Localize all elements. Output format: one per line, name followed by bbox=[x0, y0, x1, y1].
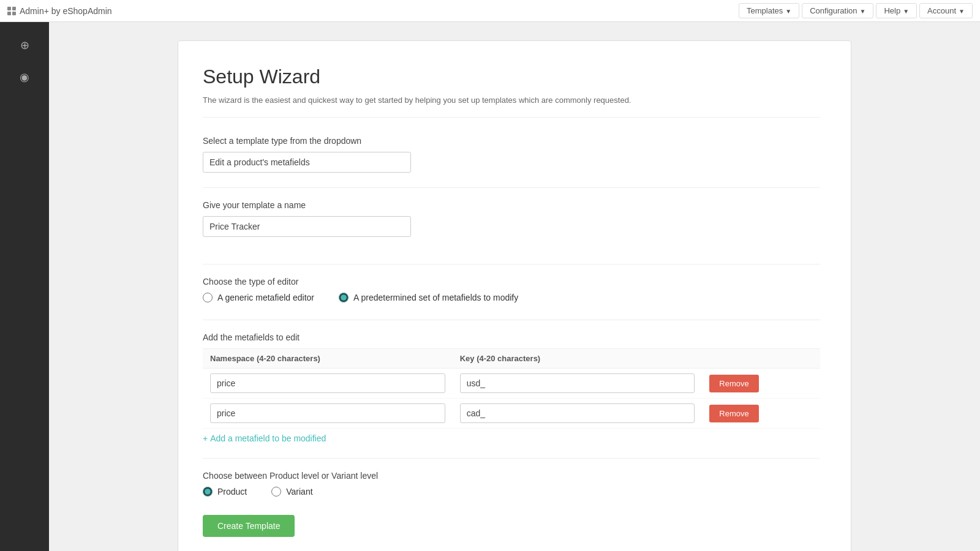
template-name-label: Give your template a name bbox=[203, 200, 820, 210]
topnav-actions: Templates Configuration Help Account bbox=[739, 3, 973, 18]
namespace-col-header: Namespace (4-20 characters) bbox=[203, 349, 453, 369]
template-type-select[interactable]: Edit a product's metafields Edit a varia… bbox=[203, 152, 411, 173]
key-cell-2 bbox=[453, 399, 703, 429]
metafields-label: Add the metafields to edit bbox=[203, 332, 820, 342]
namespace-input-1[interactable] bbox=[210, 373, 445, 393]
actions-col-header bbox=[702, 349, 820, 369]
metafields-table: Namespace (4-20 characters) Key (4-20 ch… bbox=[203, 348, 820, 429]
template-type-section: Select a template type from the dropdown… bbox=[203, 136, 820, 173]
editor-type-label: Choose the type of editor bbox=[203, 277, 820, 287]
table-row: Remove bbox=[203, 399, 820, 429]
configuration-button[interactable]: Configuration bbox=[802, 3, 873, 18]
divider-1 bbox=[203, 187, 820, 188]
plus-icon: + bbox=[203, 433, 208, 443]
chevron-down-icon bbox=[903, 6, 909, 15]
key-input-1[interactable] bbox=[460, 373, 695, 393]
key-input-2[interactable] bbox=[460, 403, 695, 423]
product-level-options: Product Variant bbox=[203, 487, 820, 497]
template-name-section: Give your template a name bbox=[203, 200, 820, 252]
create-template-button[interactable]: Create Template bbox=[203, 515, 295, 537]
template-type-label: Select a template type from the dropdown bbox=[203, 136, 820, 146]
product-level-section: Choose between Product level or Variant … bbox=[203, 471, 820, 497]
page-title: Setup Wizard bbox=[203, 66, 820, 88]
divider-4 bbox=[203, 458, 820, 459]
key-col-header: Key (4-20 characters) bbox=[453, 349, 703, 369]
help-button[interactable]: Help bbox=[876, 3, 917, 18]
chevron-down-icon bbox=[959, 6, 965, 15]
sidebar: ⊕ ◉ bbox=[0, 22, 49, 551]
table-row: Remove bbox=[203, 369, 820, 399]
key-cell-1 bbox=[453, 369, 703, 399]
editor-generic-option[interactable]: A generic metafield editor bbox=[203, 293, 314, 302]
remove-button-2[interactable]: Remove bbox=[709, 405, 758, 422]
template-type-dropdown-wrapper: Edit a product's metafields Edit a varia… bbox=[203, 152, 820, 173]
sidebar-plus-icon[interactable]: ⊕ bbox=[13, 34, 36, 56]
chevron-down-icon bbox=[785, 6, 791, 15]
account-button[interactable]: Account bbox=[919, 3, 973, 18]
templates-button[interactable]: Templates bbox=[739, 3, 799, 18]
variant-option[interactable]: Variant bbox=[271, 487, 312, 497]
metafields-section: Add the metafields to edit Namespace (4-… bbox=[203, 332, 820, 443]
product-option[interactable]: Product bbox=[203, 487, 247, 497]
namespace-input-2[interactable] bbox=[210, 403, 445, 423]
namespace-cell-1 bbox=[203, 369, 453, 399]
divider-3 bbox=[203, 320, 820, 320]
variant-label: Variant bbox=[286, 487, 312, 497]
template-name-input[interactable] bbox=[203, 216, 411, 237]
main-content: Setup Wizard The wizard is the easiest a… bbox=[49, 22, 980, 551]
product-label: Product bbox=[217, 487, 247, 497]
remove-cell-1: Remove bbox=[702, 369, 820, 399]
content-card: Setup Wizard The wizard is the easiest a… bbox=[178, 40, 851, 551]
page-subtitle: The wizard is the easiest and quickest w… bbox=[203, 96, 820, 118]
brand: Admin+ by eShopAdmin bbox=[7, 6, 112, 16]
add-metafield-link[interactable]: + Add a metafield to be modified bbox=[203, 433, 820, 443]
editor-predetermined-option[interactable]: A predetermined set of metafields to mod… bbox=[339, 293, 518, 302]
product-radio[interactable] bbox=[203, 487, 213, 497]
add-metafield-label: Add a metafield to be modified bbox=[210, 433, 326, 443]
editor-predetermined-radio[interactable] bbox=[339, 293, 349, 302]
chevron-down-icon bbox=[860, 6, 866, 15]
top-navigation: Admin+ by eShopAdmin Templates Configura… bbox=[0, 0, 980, 22]
editor-predetermined-label: A predetermined set of metafields to mod… bbox=[353, 293, 518, 302]
grid-icon bbox=[7, 7, 16, 15]
variant-radio[interactable] bbox=[271, 487, 281, 497]
brand-label: Admin+ by eShopAdmin bbox=[20, 6, 112, 16]
editor-generic-label: A generic metafield editor bbox=[217, 293, 314, 302]
remove-cell-2: Remove bbox=[702, 399, 820, 429]
editor-type-options: A generic metafield editor A predetermin… bbox=[203, 293, 820, 302]
sidebar-eye-icon[interactable]: ◉ bbox=[13, 66, 36, 88]
remove-button-1[interactable]: Remove bbox=[709, 375, 758, 392]
editor-type-section: Choose the type of editor A generic meta… bbox=[203, 277, 820, 302]
namespace-cell-2 bbox=[203, 399, 453, 429]
product-level-label: Choose between Product level or Variant … bbox=[203, 471, 820, 481]
divider-2 bbox=[203, 264, 820, 264]
editor-generic-radio[interactable] bbox=[203, 293, 213, 302]
